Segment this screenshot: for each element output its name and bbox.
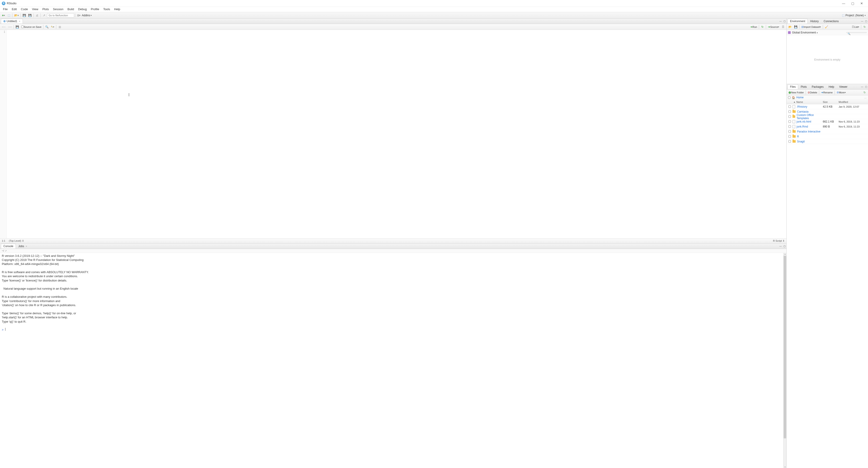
file-name[interactable]: Paradox Interactive	[793, 130, 823, 133]
source-button[interactable]: ➔ Source ▾	[767, 24, 780, 29]
file-row[interactable]: .Rhistory42.5 KBJan 9, 2020, 12:07	[786, 104, 868, 109]
file-row[interactable]: Paradox Interactive	[786, 129, 868, 134]
report-button[interactable]: ▦	[57, 24, 62, 29]
load-workspace-button[interactable]: 📂	[787, 24, 793, 29]
goto-input[interactable]	[47, 13, 74, 18]
project-selector[interactable]: ⬚ Project: (None) ▾	[842, 14, 867, 17]
rerun-button[interactable]: ↻	[760, 24, 765, 29]
save-all-button[interactable]: 💾	[27, 13, 33, 18]
minimize-env-icon[interactable]: —	[860, 20, 864, 23]
forward-button[interactable]: ⟹	[7, 24, 13, 29]
menu-code[interactable]: Code	[19, 7, 30, 12]
back-button[interactable]: ⟸	[1, 24, 6, 29]
file-row[interactable]: Snagit	[786, 139, 868, 144]
row-check[interactable]	[788, 115, 791, 118]
print-button[interactable]: 🖨	[35, 13, 39, 18]
refresh-env-button[interactable]: ↻	[862, 24, 867, 29]
home-link[interactable]: Home	[796, 96, 804, 99]
source-on-save-check[interactable]: Source on Save	[20, 24, 42, 29]
minimize-button[interactable]: —	[839, 0, 848, 7]
tab-packages[interactable]: Packages	[809, 84, 826, 89]
minimize-console-icon[interactable]: —	[778, 244, 782, 248]
clear-env-button[interactable]: 🧹	[824, 24, 829, 29]
tab-jobs[interactable]: Jobs×	[16, 244, 30, 248]
menu-file[interactable]: File	[1, 7, 10, 12]
find-button[interactable]: 🔍	[44, 24, 50, 29]
row-check[interactable]	[788, 130, 791, 133]
new-project-button[interactable]: ⬚	[6, 13, 11, 18]
file-name[interactable]: junk.nb.html	[793, 120, 823, 123]
file-row[interactable]: junk.Rmd890 BNov 6, 2019, 11:23	[786, 124, 868, 129]
file-name[interactable]: junk.Rmd	[793, 125, 823, 128]
tab-viewer[interactable]: Viewer	[837, 84, 850, 89]
select-all-check[interactable]	[788, 96, 790, 99]
tab-files[interactable]: Files	[787, 84, 798, 89]
menu-profile[interactable]: Profile	[89, 7, 101, 12]
save-source-button[interactable]: 💾	[15, 24, 20, 29]
minimize-pane-icon[interactable]: —	[778, 20, 782, 23]
env-search-input[interactable]: 🔍	[846, 32, 867, 33]
rename-button[interactable]: ➜ Rename	[820, 90, 834, 95]
maximize-console-icon[interactable]: ▢	[782, 244, 786, 248]
file-row[interactable]: Custom Office Templates	[786, 114, 868, 119]
tab-console[interactable]: Console	[1, 244, 16, 248]
run-button[interactable]: ➔ Run	[749, 24, 758, 29]
menu-session[interactable]: Session	[51, 7, 65, 12]
file-name[interactable]: Snagit	[793, 140, 823, 143]
row-check[interactable]	[788, 135, 791, 138]
menu-debug[interactable]: Debug	[76, 7, 89, 12]
col-name[interactable]: Name	[796, 101, 803, 103]
maximize-button[interactable]: ▢	[848, 0, 857, 7]
row-check[interactable]	[788, 110, 791, 113]
grid-button[interactable]: ⊞▾	[76, 13, 81, 18]
col-modified[interactable]: Modified	[839, 101, 868, 103]
menu-edit[interactable]: Edit	[10, 7, 19, 12]
menu-view[interactable]: View	[30, 7, 40, 12]
open-file-button[interactable]: 📂▾	[13, 13, 20, 18]
console-scrollbar[interactable]: ▴ ▾	[783, 253, 786, 468]
close-button[interactable]: ✕	[857, 0, 866, 7]
menu-help[interactable]: Help	[112, 7, 122, 12]
maximize-files-icon[interactable]: ▢	[864, 85, 868, 88]
menu-build[interactable]: Build	[66, 7, 76, 12]
row-check[interactable]	[788, 140, 791, 143]
outline-button[interactable]: ☰	[780, 24, 785, 29]
menu-tools[interactable]: Tools	[101, 7, 112, 12]
row-check[interactable]	[788, 105, 791, 108]
source-tab[interactable]: Untitled1 ×	[1, 19, 23, 24]
delete-button[interactable]: ⊘ Delete	[807, 90, 818, 95]
tab-help[interactable]: Help	[826, 84, 837, 89]
wand-button[interactable]: ✎▾	[50, 24, 55, 29]
row-check[interactable]	[788, 120, 791, 123]
more-button[interactable]: ⚙ More ▾	[836, 90, 847, 95]
view-mode-button[interactable]: ☰ List ▾	[851, 24, 860, 29]
editor-area[interactable]	[7, 30, 786, 238]
tab-environment[interactable]: Environment	[787, 19, 808, 24]
file-name[interactable]: Camtasia	[793, 110, 823, 113]
tab-plots[interactable]: Plots	[798, 84, 809, 89]
minimize-files-icon[interactable]: —	[860, 85, 864, 88]
scope-dropdown[interactable]: Global Environment ▾	[792, 31, 818, 34]
file-name[interactable]: Custom Office Templates	[793, 114, 823, 120]
file-row[interactable]: junk.nb.html662.1 KBNov 6, 2019, 11:23	[786, 119, 868, 124]
goto-icon[interactable]: ↗	[41, 13, 46, 18]
file-name[interactable]: .Rhistory	[793, 105, 823, 108]
close-tab-icon[interactable]: ×	[19, 20, 20, 23]
save-workspace-button[interactable]: 💾	[793, 24, 798, 29]
menu-plots[interactable]: Plots	[40, 7, 51, 12]
col-size[interactable]: Size	[823, 101, 839, 103]
language-selector[interactable]: R Script ⇕	[773, 240, 784, 242]
refresh-files-button[interactable]: ↻	[862, 90, 867, 95]
close-jobs-icon[interactable]: ×	[26, 245, 27, 248]
tab-connections[interactable]: Connections	[821, 19, 841, 24]
new-file-button[interactable]: +▾	[1, 13, 6, 18]
addins-dropdown[interactable]: Addins▾	[82, 14, 92, 17]
console-output[interactable]: R version 3.6.2 (2019-12-12) -- "Dark an…	[0, 253, 783, 468]
tab-history[interactable]: History	[808, 19, 821, 24]
save-button[interactable]: 💾	[22, 13, 27, 18]
maximize-env-icon[interactable]: ▢	[864, 20, 868, 23]
scope-selector[interactable]: (Top Level) ⇕	[9, 240, 24, 242]
file-row[interactable]: R	[786, 134, 868, 139]
maximize-pane-icon[interactable]: ▢	[782, 20, 786, 23]
path-more-icon[interactable]: …	[864, 96, 867, 99]
